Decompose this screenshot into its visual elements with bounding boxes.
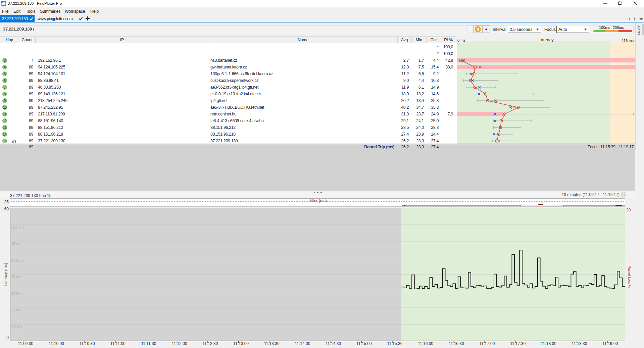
- svg-text:11:17:30: 11:17:30: [510, 341, 526, 346]
- svg-text:11:10:00: 11:10:00: [49, 341, 64, 346]
- svg-text:Packet Loss %: Packet Loss %: [628, 266, 632, 288]
- svg-text:11:11:30: 11:11:30: [141, 341, 156, 346]
- svg-text:11:15:00: 11:15:00: [356, 341, 372, 346]
- svg-text:52,5 ms: 52,5 ms: [11, 225, 24, 229]
- svg-text:11:18:00: 11:18:00: [541, 341, 556, 346]
- svg-text:11:15:30: 11:15:30: [387, 341, 403, 346]
- svg-text:37.221.209.130 hop 15: 37.221.209.130 hop 15: [10, 193, 52, 198]
- svg-text:60: 60: [4, 207, 9, 211]
- svg-text:11:18:30: 11:18:30: [572, 341, 587, 346]
- svg-text:11:13:30: 11:13:30: [264, 341, 280, 346]
- svg-text:30: 30: [626, 208, 631, 212]
- svg-text:11:09:30: 11:09:30: [18, 341, 33, 346]
- svg-text:11:19:00: 11:19:00: [602, 341, 618, 346]
- svg-text:7,5 ms: 7,5 ms: [11, 325, 22, 329]
- svg-text:11:17:00: 11:17:00: [480, 341, 495, 346]
- svg-text:11:10:30: 11:10:30: [80, 341, 95, 346]
- svg-text:0: 0: [6, 335, 9, 340]
- svg-text:Latency (ms): Latency (ms): [3, 263, 8, 286]
- svg-text:45 ms: 45 ms: [11, 242, 21, 246]
- svg-text:37,5 ms: 37,5 ms: [11, 258, 24, 262]
- svg-text:15 ms: 15 ms: [11, 308, 21, 312]
- svg-text:11:16:30: 11:16:30: [449, 341, 464, 346]
- svg-text:11:13:00: 11:13:00: [233, 341, 249, 346]
- svg-text:10 minutes (11:09:17 - 11:19:1: 10 minutes (11:09:17 - 11:19:17): [562, 192, 620, 197]
- svg-text:22,5 ms: 22,5 ms: [11, 292, 24, 296]
- svg-text:30 ms: 30 ms: [11, 275, 21, 279]
- svg-text:11:14:00: 11:14:00: [295, 341, 310, 346]
- svg-text:116 ms: 116 ms: [622, 39, 634, 43]
- svg-text:11:14:30: 11:14:30: [326, 341, 341, 346]
- svg-text:Latency: Latency: [538, 37, 554, 42]
- svg-text:Jitter (ms): Jitter (ms): [309, 198, 327, 203]
- svg-text:11:11:00: 11:11:00: [110, 341, 126, 346]
- svg-text:11:12:30: 11:12:30: [202, 341, 218, 346]
- svg-text:11:12:00: 11:12:00: [172, 341, 187, 346]
- svg-text:0 ms: 0 ms: [457, 38, 465, 42]
- svg-text:11:16:00: 11:16:00: [418, 341, 433, 346]
- svg-text:35: 35: [4, 200, 9, 204]
